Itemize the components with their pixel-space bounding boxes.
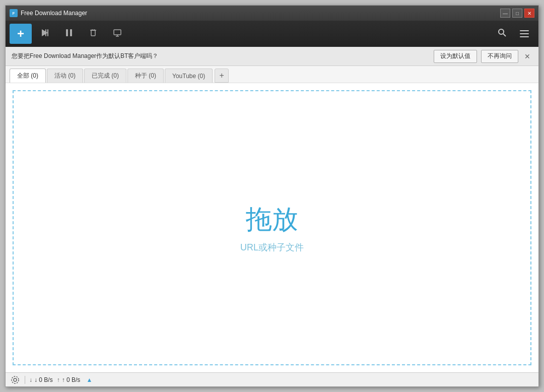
svg-point-14 [14, 378, 17, 381]
trash-icon [89, 28, 98, 40]
expand-button[interactable]: ▲ [86, 376, 92, 383]
tab-completed-label: 已完成 (0) [92, 72, 119, 80]
status-bar: ↓ ↓ 0 B/s ↑ ↑ 0 B/s ▲ [6, 372, 538, 386]
tab-torrent-label: 种于 (0) [135, 72, 156, 80]
minimize-button[interactable]: — [500, 9, 510, 18]
tab-add-button[interactable]: + [215, 69, 229, 83]
window-title: Free Download Manager [21, 10, 500, 17]
svg-rect-4 [70, 29, 72, 36]
toolbar: + [6, 21, 538, 47]
tab-youtube-label: YouTube (0) [172, 73, 205, 80]
upload-speed: ↑ ↑ 0 B/s [57, 376, 81, 383]
tab-torrent[interactable]: 种于 (0) [127, 69, 164, 83]
maximize-button[interactable]: □ [512, 9, 522, 18]
tab-youtube[interactable]: YouTube (0) [165, 69, 213, 83]
window-controls: — □ ✕ [500, 9, 534, 18]
tab-add-icon: + [219, 71, 224, 80]
monitor-button[interactable] [106, 24, 128, 44]
download-speed: ↓ ↓ 0 B/s [29, 376, 53, 383]
upload-speed-value: ↑ 0 B/s [62, 376, 81, 383]
hamburger-icon [520, 30, 529, 37]
menu-button[interactable] [514, 24, 534, 44]
plus-icon: + [17, 27, 24, 41]
play-button[interactable] [34, 24, 56, 44]
main-content: 拖放 URL或种子文件 [6, 83, 538, 372]
svg-line-13 [503, 34, 506, 36]
tab-active-label: 活动 (0) [54, 72, 76, 80]
tab-active[interactable]: 活动 (0) [47, 69, 83, 83]
notification-close-button[interactable]: ✕ [522, 50, 532, 62]
down-arrow-icon: ↓ [29, 376, 32, 383]
tab-all-label: 全部 (0) [17, 72, 38, 80]
delete-button[interactable] [82, 24, 104, 44]
search-button[interactable] [492, 24, 512, 44]
main-window: F Free Download Manager — □ ✕ + [5, 5, 539, 387]
svg-rect-9 [114, 30, 121, 35]
tab-all[interactable]: 全部 (0) [10, 69, 46, 83]
set-default-button[interactable]: 设为默认值 [434, 50, 477, 63]
svg-point-15 [12, 376, 19, 383]
tabs-bar: 全部 (0) 活动 (0) 已完成 (0) 种于 (0) YouTube (0)… [6, 66, 538, 83]
svg-rect-2 [45, 29, 46, 36]
add-button[interactable]: + [10, 24, 32, 44]
svg-rect-3 [66, 29, 68, 36]
search-icon [497, 28, 507, 40]
svg-rect-5 [91, 30, 95, 36]
monitor-icon [113, 28, 122, 40]
notification-bar: 您要把Free Download Manager作为默认BT客户端吗？ 设为默认… [6, 47, 538, 66]
svg-point-12 [499, 29, 504, 34]
notification-text: 您要把Free Download Manager作为默认BT客户端吗？ [12, 52, 430, 60]
drop-text-sub: URL或种子文件 [240, 241, 304, 253]
pause-button[interactable] [58, 24, 80, 44]
drop-zone[interactable]: 拖放 URL或种子文件 [13, 90, 531, 365]
up-arrow-icon: ↑ [57, 376, 60, 383]
drop-text-main: 拖放 [246, 202, 298, 237]
tab-completed[interactable]: 已完成 (0) [84, 69, 126, 83]
status-divider-1 [25, 376, 25, 384]
settings-icon[interactable] [10, 374, 21, 385]
app-icon: F [10, 9, 18, 17]
close-button[interactable]: ✕ [524, 9, 534, 18]
title-bar: F Free Download Manager — □ ✕ [6, 6, 538, 21]
download-speed-value: ↓ 0 B/s [34, 376, 53, 383]
dismiss-button[interactable]: 不再询问 [481, 50, 518, 63]
svg-rect-1 [47, 29, 48, 36]
pause-icon [64, 28, 74, 40]
svg-marker-0 [42, 29, 48, 36]
play-icon [40, 28, 49, 40]
